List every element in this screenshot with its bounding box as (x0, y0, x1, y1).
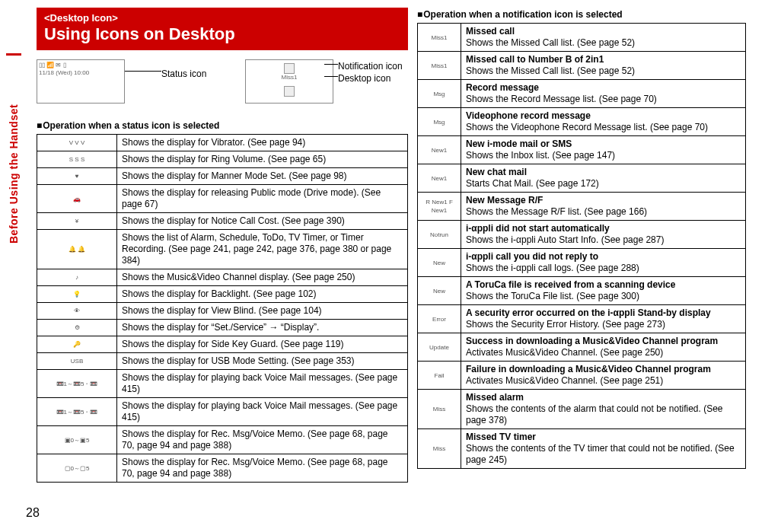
notification-row-desc: Starts Chat Mail. (See page 172) (466, 178, 599, 189)
notification-row-desc: Shows the Missed Call list. (See page 52… (466, 37, 635, 48)
notification-row-icon: New1 (418, 136, 461, 164)
table-row: ♥Shows the display for Manner Mode Set. … (37, 168, 408, 185)
table-row: 💡Shows the display for Backlight. (See p… (37, 286, 408, 303)
table-row: ▢0～▢5Shows the display for Rec. Msg/Voic… (37, 454, 408, 483)
table-row: ▣0～▣5Shows the display for Rec. Msg/Voic… (37, 426, 408, 454)
table-row: ErrorA security error occurred on the i-… (418, 305, 746, 333)
status-row-icon: V V V (37, 135, 117, 151)
table-row: MissMissed alarmShows the contents of th… (418, 390, 746, 429)
notification-row-text: Failure in downloading a Music&Video Cha… (461, 362, 746, 390)
notification-row-text: Videophone record messageShows the Video… (461, 108, 746, 136)
status-row-icon: ♥ (37, 168, 117, 185)
notification-row-icon: Notrun (418, 221, 461, 249)
status-row-icon: 🔔 🔔 (37, 230, 117, 269)
table-row: Miss1Missed callShows the Missed Call li… (418, 24, 746, 52)
desktop-screen-preview: Miss1 (245, 59, 333, 104)
table-row: New1New i-mode mail or SMSShows the Inbo… (418, 136, 746, 164)
notification-row-text: i-αppli did not start automaticallyShows… (461, 221, 746, 249)
table-row: Newi-αppli call you did not reply toShow… (418, 249, 746, 277)
side-tab: Before Using the Handset (6, 53, 21, 291)
notification-row-desc: Shows the Videophone Record Message list… (466, 122, 708, 132)
notification-row-bold: Missed TV timer (466, 432, 536, 442)
notification-row-desc: Shows the i-αppli Auto Start Info. (See … (466, 234, 664, 245)
notification-row-text: A ToruCa file is received from a scannin… (461, 277, 746, 305)
status-row-text: Shows the display for Side Key Guard. (S… (117, 336, 408, 353)
notification-row-desc: Activates Music&Video Channel. (See page… (466, 347, 663, 358)
notification-row-bold: Videophone record message (466, 110, 591, 121)
notification-row-text: i-αppli call you did not reply toShows t… (461, 249, 746, 277)
notification-row-text: Missed alarmShows the contents of the al… (461, 390, 746, 429)
notification-row-bold: A security error occurred on the i-αppli… (466, 307, 711, 318)
status-row-text: Shows the display for Rec. Msg/Voice Mem… (117, 454, 408, 483)
status-row-text: Shows the display for playing back Voice… (117, 370, 408, 398)
notification-row-icon: Miss (418, 429, 461, 469)
table-row: 📼1～📼5・📼Shows the display for playing bac… (37, 370, 408, 398)
table-row: 🚗Shows the display for releasing Public … (37, 185, 408, 213)
notification-row-bold: Missed call to Number B of 2in1 (466, 54, 604, 65)
status-row-text: Shows the display for USB Mode Setting. … (117, 353, 408, 370)
desktop-icon-preview (284, 86, 295, 97)
notification-row-desc: Shows the contents of the alarm that cou… (466, 403, 723, 425)
status-row-text: Shows the display for Backlight. (See pa… (117, 286, 408, 303)
status-row-text: Shows the display for Vibrator. (See pag… (117, 135, 408, 151)
status-row-icon: 💡 (37, 286, 117, 303)
desktop-icon-label: Desktop icon (338, 73, 390, 84)
table-row: V V VShows the display for Vibrator. (Se… (37, 135, 408, 151)
status-row-icon: ▣0～▣5 (37, 426, 117, 454)
notification-row-desc: Shows the Inbox list. (See page 147) (466, 150, 615, 161)
status-row-icon: S S S (37, 151, 117, 168)
status-row-text: Shows the display for playing back Voice… (117, 398, 408, 426)
status-row-icon: 📼1～📼5・📼 (37, 398, 117, 426)
status-row-icon: USB (37, 353, 117, 370)
status-row-text: Shows the display for releasing Public m… (117, 185, 408, 213)
notification-row-icon: Miss (418, 390, 461, 429)
notification-row-bold: i-αppli did not start automatically (466, 223, 610, 234)
notification-row-text: Missed callShows the Missed Call list. (… (461, 24, 746, 52)
table-row: 🔑Shows the display for Side Key Guard. (… (37, 336, 408, 353)
notification-row-text: A security error occurred on the i-αppli… (461, 305, 746, 333)
notification-row-icon: Error (418, 305, 461, 333)
notification-row-desc: Shows the Security Error History. (See p… (466, 319, 665, 330)
status-icon-table: V V VShows the display for Vibrator. (Se… (37, 134, 408, 483)
notification-row-bold: Missed call (466, 26, 515, 37)
status-row-text: Shows the display for Notice Call Cost. … (117, 213, 408, 230)
status-row-text: Shows the display for View Blind. (See p… (117, 303, 408, 320)
table-row: FailFailure in downloading a Music&Video… (418, 362, 746, 390)
page-number: 28 (26, 506, 40, 520)
notification-row-desc: Shows the Message R/F list. (See page 16… (466, 206, 647, 217)
notification-row-desc: Shows the ToruCa File list. (See page 30… (466, 291, 639, 301)
table-row: MsgRecord messageShows the Record Messag… (418, 80, 746, 108)
notification-row-icon: New1 (418, 164, 461, 193)
table-row: Miss1Missed call to Number B of 2in1Show… (418, 52, 746, 80)
status-row-icon: 👁 (37, 303, 117, 320)
notification-row-bold: New i-mode mail or SMS (466, 139, 572, 149)
notification-icon-label: Notification icon (338, 61, 403, 72)
icon-diagram: ▯▯ 📶 ✉ ▯ 11/18 (Wed) 10:00 Status icon M… (37, 59, 408, 114)
status-row-icon: 🚗 (37, 185, 117, 213)
notification-row-icon: Update (418, 333, 461, 362)
notification-row-bold: New chat mail (466, 167, 527, 177)
table-row: Notruni-αppli did not start automaticall… (418, 221, 746, 249)
status-row-text: Shows the display for “Set./Service” → “… (117, 320, 408, 336)
notification-row-icon: Miss1 (418, 24, 461, 52)
notification-row-text: Success in downloading a Music&Video Cha… (461, 333, 746, 362)
status-row-icon: ▢0～▢5 (37, 454, 117, 483)
status-row-text: Shows the list of Alarm, Schedule, ToDo,… (117, 230, 408, 269)
section2-title: Operation when a notification icon is se… (417, 9, 746, 20)
table-row: ⚙Shows the display for “Set./Service” → … (37, 320, 408, 336)
status-row-text: Shows the display for Manner Mode Set. (… (117, 168, 408, 185)
notification-row-bold: i-αppli call you did not reply to (466, 251, 598, 262)
status-row-text: Shows the display for Rec. Msg/Voice Mem… (117, 426, 408, 454)
header-kicker: <Desktop Icon> (44, 12, 400, 24)
table-row: 📼1～📼5・📼Shows the display for playing bac… (37, 398, 408, 426)
side-tab-label: Before Using the Handset (6, 56, 21, 291)
header-title: Using Icons on Desktop (44, 24, 400, 44)
status-bar-icons: ▯▯ 📶 ✉ ▯ (39, 62, 123, 69)
notification-row-icon: New (418, 249, 461, 277)
notification-row-text: New Message R/FShows the Message R/F lis… (461, 193, 746, 221)
table-row: 🔔 🔔Shows the list of Alarm, Schedule, To… (37, 230, 408, 269)
table-row: R New1 F New1New Message R/FShows the Me… (418, 193, 746, 221)
status-row-icon: 📼1～📼5・📼 (37, 370, 117, 398)
table-row: 👁Shows the display for View Blind. (See … (37, 303, 408, 320)
notification-row-bold: Failure in downloading a Music&Video Cha… (466, 364, 711, 374)
